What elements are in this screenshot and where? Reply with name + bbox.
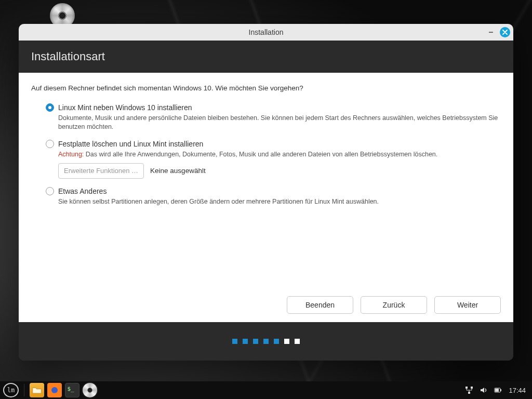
option-title: Festplatte löschen und Linux Mint instal… [58, 140, 203, 148]
terminal-launcher[interactable]: $_ [65, 383, 79, 397]
radio-something-else[interactable] [46, 187, 54, 195]
continue-button[interactable]: Weiter [434, 296, 501, 314]
clock[interactable]: 17:44 [509, 387, 526, 394]
svg-rect-3 [468, 392, 470, 394]
window-title: Installation [249, 28, 284, 36]
firefox-launcher[interactable] [47, 383, 62, 397]
svg-rect-6 [495, 389, 499, 392]
advanced-features-button[interactable]: Erweiterte Funktionen … [58, 163, 144, 179]
progress-step [274, 339, 279, 344]
radio-erase-disk[interactable] [46, 140, 54, 148]
warning-text: Das wird alle Ihre Anwendungen, Dokument… [84, 151, 437, 158]
svg-rect-2 [471, 387, 473, 389]
svg-rect-1 [466, 387, 468, 389]
mint-logo-icon: lm [7, 387, 15, 394]
progress-step [243, 339, 248, 344]
wizard-footer-buttons: Beenden Zurück Weiter [31, 290, 501, 314]
window-titlebar[interactable]: Installation – [19, 24, 513, 41]
back-button[interactable]: Zurück [361, 296, 427, 314]
option-title: Etwas Anderes [58, 187, 107, 195]
radio-install-alongside[interactable] [46, 103, 54, 112]
option-install-alongside[interactable]: Linux Mint neben Windows 10 installieren… [46, 103, 501, 131]
quit-button[interactable]: Beenden [287, 296, 353, 314]
option-something-else[interactable]: Etwas Anderes Sie können selbst Partitio… [46, 187, 501, 206]
window-minimize-button[interactable]: – [486, 28, 496, 37]
installer-taskbar-button[interactable] [83, 383, 97, 397]
installer-window: Installation – Installationsart Auf dies… [19, 24, 513, 361]
progress-step [253, 339, 258, 344]
svg-rect-5 [500, 389, 501, 391]
file-manager-launcher[interactable] [30, 383, 44, 397]
progress-step [295, 339, 300, 344]
option-description: Achtung: Das wird alle Ihre Anwendungen,… [58, 150, 501, 159]
progress-step [263, 339, 269, 344]
option-description: Dokumente, Musik und andere persönliche … [58, 114, 501, 131]
warning-label: Achtung: [58, 151, 84, 158]
close-icon [502, 30, 508, 35]
system-tray: 17:44 [465, 386, 529, 394]
taskbar: lm $_ 17:44 [0, 381, 532, 399]
installation-prompt: Auf diesem Rechner befindet sich momenta… [31, 84, 501, 92]
page-title: Installationsart [19, 41, 513, 73]
taskbar-separator [24, 384, 24, 396]
battery-icon[interactable] [494, 386, 502, 394]
network-icon[interactable] [465, 386, 473, 394]
window-close-button[interactable] [500, 27, 510, 37]
terminal-icon: $_ [67, 385, 74, 392]
option-erase-disk[interactable]: Festplatte löschen und Linux Mint instal… [46, 140, 501, 179]
disc-icon [83, 383, 97, 397]
volume-icon[interactable] [480, 386, 488, 394]
wizard-progress [19, 322, 513, 361]
option-description: Sie können selbst Partitionen anlegen, d… [58, 197, 501, 206]
progress-step [232, 339, 237, 344]
firefox-icon [50, 385, 59, 395]
installer-body: Auf diesem Rechner befindet sich momenta… [19, 73, 513, 322]
svg-point-0 [51, 387, 58, 393]
folder-icon [32, 387, 42, 394]
progress-step [284, 339, 289, 344]
advanced-features-status: Keine ausgewählt [150, 167, 206, 175]
start-menu-button[interactable]: lm [3, 383, 19, 397]
option-title: Linux Mint neben Windows 10 installieren [58, 103, 192, 112]
